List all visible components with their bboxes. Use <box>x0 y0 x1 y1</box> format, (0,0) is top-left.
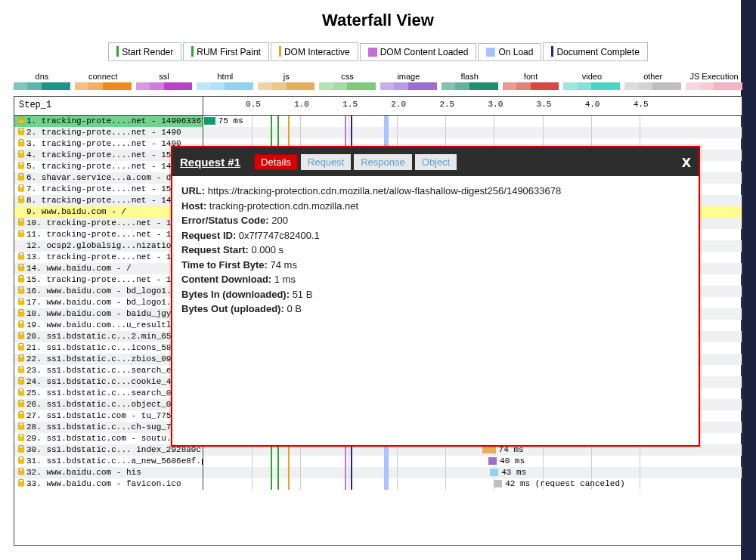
row-number: 11. <box>26 230 46 239</box>
lock-icon <box>17 343 25 351</box>
row-text: tracking-prote....net - 1490 <box>46 230 186 239</box>
table-row[interactable]: 32. www.baidu.com - his43 ms <box>14 467 742 478</box>
lock-icon <box>17 196 25 203</box>
type-color-bar <box>14 82 70 90</box>
svg-rect-22 <box>18 391 23 395</box>
type-color-bar <box>380 82 437 90</box>
lock-spacer <box>17 207 25 215</box>
lock-icon <box>17 434 25 441</box>
lock-icon <box>17 377 25 385</box>
row-number: 12. <box>26 241 46 250</box>
right-edge-bar <box>741 0 756 560</box>
event-legend: Start RenderRUM First PaintDOM Interacti… <box>0 42 756 61</box>
event-line <box>384 467 389 478</box>
popup-title[interactable]: Request #1 <box>180 156 240 169</box>
event-line <box>351 478 352 490</box>
timing-bar[interactable] <box>494 480 502 487</box>
svg-rect-20 <box>18 369 23 373</box>
row-text: www.baidu.com - / <box>42 207 126 216</box>
type-label: html <box>197 72 253 82</box>
tab-response[interactable]: Response <box>354 154 412 170</box>
tab-details[interactable]: Details <box>254 154 298 170</box>
row-number: 20. <box>26 332 46 341</box>
detail-key: Request Start: <box>181 244 251 255</box>
row-text: tracking-prote....net - 1490 <box>42 139 181 148</box>
lock-icon <box>17 445 25 453</box>
row-text: www.baidu.com - favicon.ico <box>46 479 181 488</box>
row-number: 16. <box>26 286 46 295</box>
event-line <box>277 127 279 138</box>
row-number: 15. <box>26 275 46 284</box>
event-line <box>384 478 389 490</box>
time-tick: 1.0 <box>294 100 309 109</box>
timing-bar[interactable] <box>204 117 215 125</box>
event-line <box>271 116 272 127</box>
row-number: 3. <box>26 139 42 148</box>
lock-icon <box>17 388 25 396</box>
lock-icon <box>17 298 25 305</box>
row-text: ss1.bdstatic.c...search_068a <box>46 388 186 398</box>
detail-value: 0 B <box>287 303 302 314</box>
row-number: 14. <box>26 264 46 273</box>
row-number: 18. <box>26 309 46 318</box>
legend-label: Document Complete <box>556 47 639 57</box>
legend-label: DOM Interactive <box>284 47 350 57</box>
row-number: 31. <box>26 456 46 466</box>
close-icon[interactable]: x <box>682 152 691 172</box>
timing-bar[interactable] <box>488 457 497 465</box>
legend-color <box>368 48 377 57</box>
row-number: 21. <box>26 343 46 352</box>
legend-item: Document Complete <box>543 42 647 61</box>
event-line <box>271 127 272 138</box>
event-line <box>288 456 290 467</box>
type-color-bar <box>624 82 681 90</box>
svg-rect-8 <box>18 221 23 225</box>
lock-icon <box>17 275 25 283</box>
tab-request[interactable]: Request <box>301 154 351 170</box>
row-text: tracking-prote....net - 1490 <box>46 275 186 284</box>
type-legend-item: image <box>380 72 437 90</box>
detail-row: Content Download: 1 ms <box>181 272 689 287</box>
lock-icon <box>17 456 25 464</box>
lock-icon <box>17 468 25 475</box>
type-label: dns <box>14 72 70 82</box>
type-legend-item: dns <box>14 72 70 90</box>
table-row[interactable]: 2. tracking-prote....net - 1490 <box>14 127 742 138</box>
row-number: 1. <box>26 116 42 125</box>
type-label: video <box>563 72 620 82</box>
lock-icon <box>17 139 25 147</box>
type-label: font <box>503 72 559 82</box>
row-number: 32. <box>26 468 46 477</box>
table-row[interactable]: 1. tracking-prote....net - 149063367875 … <box>14 116 742 127</box>
type-label: image <box>380 72 437 82</box>
legend-item: On Load <box>478 43 541 61</box>
type-label: js <box>258 72 314 82</box>
timing-bar[interactable] <box>482 446 496 453</box>
row-text: tracking-prote....net - 1512 <box>42 150 181 159</box>
type-label: JS Execution <box>686 72 742 82</box>
request-detail-popup: Request #1 DetailsRequestResponseObject … <box>171 146 700 447</box>
detail-key: Time to First Byte: <box>181 259 271 271</box>
detail-key: Content Download: <box>181 274 274 285</box>
detail-row: Time to First Byte: 74 ms <box>181 258 689 273</box>
detail-row: Bytes Out (uploaded): 0 B <box>181 302 689 317</box>
table-header: Step_1 0.51.01.52.02.53.03.54.04.5 <box>14 97 742 116</box>
timing-bar[interactable] <box>490 469 498 476</box>
table-row[interactable]: 31. ss1.bdstatic.c...a_new_5606e8f.png40… <box>14 456 742 467</box>
table-row[interactable]: 33. www.baidu.com - favicon.ico42 ms (re… <box>14 478 742 490</box>
row-text: ss1.bdstatic.c...2.min_6568 <box>46 332 181 341</box>
event-line <box>288 467 290 478</box>
tab-object[interactable]: Object <box>415 154 457 170</box>
detail-key: Bytes In (downloaded): <box>181 289 293 300</box>
event-line <box>277 116 279 127</box>
type-color-bar <box>75 82 132 90</box>
event-line <box>351 456 352 467</box>
detail-value: 51 B <box>293 289 313 300</box>
type-color-bar <box>258 82 314 90</box>
row-number: 30. <box>26 445 46 454</box>
row-label: 33. www.baidu.com - favicon.ico <box>14 478 203 490</box>
svg-rect-27 <box>18 448 23 452</box>
legend-label: DOM Content Loaded <box>380 47 469 57</box>
svg-rect-30 <box>18 482 23 486</box>
detail-row: Request Start: 0.000 s <box>181 243 689 258</box>
